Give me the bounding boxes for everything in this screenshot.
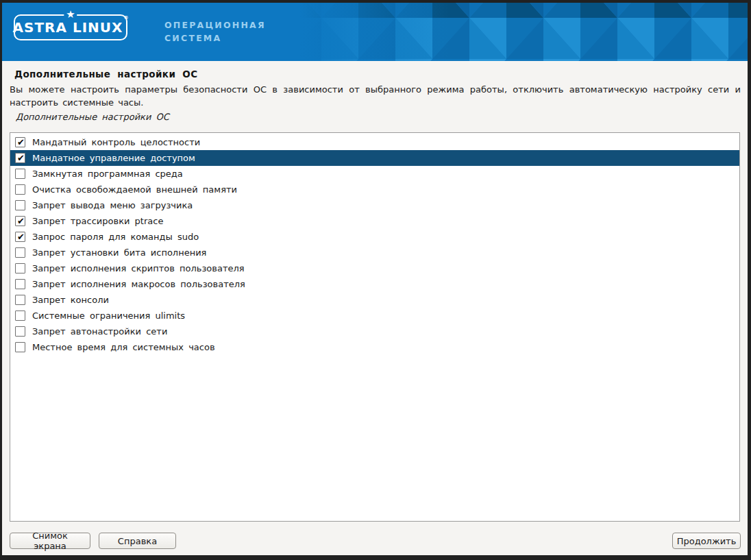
item-label: Запрет автонастройки сети (32, 326, 167, 337)
logo-text: ASTRA LINUX® (13, 19, 129, 36)
item-label: Запрет вывода меню загрузчика (32, 200, 193, 210)
item-label: Запрет исполнения скриптов пользователя (32, 263, 245, 273)
item-label: Мандатное управление доступом (32, 153, 195, 163)
item-label: Замкнутая программная среда (32, 169, 183, 179)
item-label: Запрет консоли (32, 295, 109, 305)
checkbox[interactable] (15, 137, 25, 147)
checkbox[interactable] (15, 169, 25, 179)
list-item[interactable]: Очистка освобождаемой внешней памяти (10, 182, 739, 197)
list-item[interactable]: Местное время для системных часов (10, 339, 739, 355)
list-item[interactable]: Мандатное управление доступом (10, 150, 739, 166)
checkbox[interactable] (15, 247, 25, 258)
page-description: Вы можете настроить параметры безопаснос… (10, 83, 741, 109)
checkbox[interactable] (15, 342, 25, 352)
checkbox[interactable] (15, 153, 25, 163)
item-label: Запрет установки бита исполнения (32, 247, 206, 258)
list-item[interactable]: Запрос пароля для команды sudo (10, 229, 739, 245)
item-label: Мандатный контроль целостности (32, 137, 200, 147)
list-item[interactable]: Запрет исполнения скриптов пользователя (10, 260, 739, 276)
installer-window: ★ ASTRA LINUX® ОПЕРАЦИОННАЯСИСТЕМА Допол… (0, 0, 751, 560)
header-banner: ★ ASTRA LINUX® ОПЕРАЦИОННАЯСИСТЕМА (2, 3, 748, 61)
checkbox[interactable] (15, 184, 25, 195)
brand-text: ОПЕРАЦИОННАЯСИСТЕМА (164, 19, 266, 45)
list-item[interactable]: Запрет исполнения макросов пользователя (10, 276, 739, 292)
settings-list: Мандатный контроль целостности Мандатное… (10, 132, 740, 522)
checkbox[interactable] (15, 263, 25, 273)
checkbox[interactable] (15, 311, 25, 321)
list-item[interactable]: Запрет установки бита исполнения (10, 245, 739, 260)
list-item[interactable]: Мандатный контроль целостности (10, 134, 739, 150)
list-item[interactable]: Запрет консоли (10, 292, 739, 308)
item-label: Очистка освобождаемой внешней памяти (32, 184, 237, 195)
star-icon: ★ (64, 10, 77, 20)
list-item[interactable]: Запрет вывода меню загрузчика (10, 197, 739, 213)
item-label: Запрет трассировки ptrace (32, 216, 163, 226)
checkbox[interactable] (15, 232, 25, 242)
list-item[interactable]: Запрет автонастройки сети (10, 324, 739, 339)
item-label: Местное время для системных часов (32, 342, 215, 352)
item-label: Запрет исполнения макросов пользователя (32, 279, 245, 289)
continue-button[interactable]: Продолжить (672, 533, 741, 549)
registered-mark: ® (123, 15, 129, 21)
checkbox[interactable] (15, 295, 25, 305)
help-button[interactable]: Справка (99, 533, 176, 549)
list-item[interactable]: Системные ограничения ulimits (10, 308, 739, 324)
astra-linux-logo: ★ ASTRA LINUX® (14, 14, 127, 40)
checkbox[interactable] (15, 326, 25, 337)
installer-body: ★ ASTRA LINUX® ОПЕРАЦИОННАЯСИСТЕМА Допол… (2, 3, 748, 555)
list-item[interactable]: Замкнутая программная среда (10, 166, 739, 182)
checkbox[interactable] (15, 200, 25, 210)
page-subtitle: Дополнительные настройки ОС (16, 112, 169, 122)
item-label: Системные ограничения ulimits (32, 311, 185, 321)
screenshot-button[interactable]: Снимок экрана (10, 533, 90, 549)
page-title: Дополнительные настройки ОС (14, 69, 198, 80)
checkbox[interactable] (15, 279, 25, 289)
item-label: Запрос пароля для команды sudo (32, 232, 199, 242)
list-item[interactable]: Запрет трассировки ptrace (10, 213, 739, 229)
checkbox[interactable] (15, 216, 25, 226)
